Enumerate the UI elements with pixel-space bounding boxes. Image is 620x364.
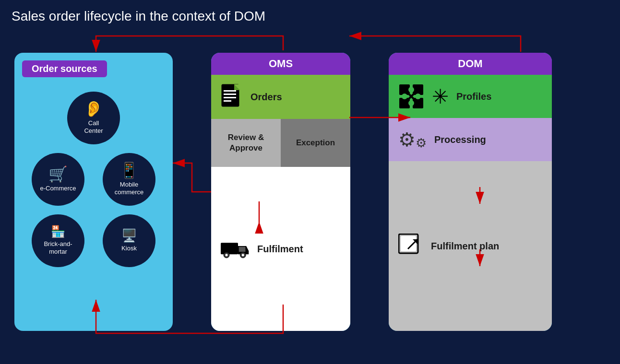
dom-header: DOM [389,53,552,75]
diagram-area: Order sources 👂 CallCenter 🛒 e-Commerce … [0,29,620,355]
document-icon [221,83,243,110]
svg-rect-1 [224,90,236,92]
truck-icon [221,238,250,259]
svg-point-18 [408,87,414,93]
svg-rect-2 [224,94,236,95]
svg-rect-4 [224,100,231,102]
brick-icon: 🏪 [51,226,65,237]
dom-profiles-text: Profiles [456,91,491,102]
dom-fulfilment-plan-section: Fulfilment plan [389,161,552,331]
processing-gears-icon: ⚙ [398,129,416,151]
brick-icon-circle: 🏪 Brick-and-mortar [32,214,84,267]
svg-rect-7 [221,243,238,254]
oms-orders-section: Orders [211,75,350,119]
page-title: Sales order lifecycle in the context of … [0,0,620,29]
profiles-icon [398,83,424,109]
dom-processing-section: ⚙ ⚙ Processing [389,118,552,161]
kiosk-icon-circle: 🖥️ Kiosk [103,214,155,267]
svg-point-12 [242,254,244,256]
ecommerce-icon: 🛒 [48,166,68,182]
processing-gear2-icon: ⚙ [416,136,427,151]
oms-box: OMS Orders Review &Approve Exception [211,53,350,331]
oms-exception: Exception [281,119,350,167]
order-sources-label: Order sources [22,60,107,77]
svg-rect-13 [239,247,246,252]
profiles-puzzle-icon: ✳ [432,85,449,108]
dom-fulfilment-plan-text: Fulfilment plan [431,241,499,252]
order-sources-box: Order sources 👂 CallCenter 🛒 e-Commerce … [14,53,173,331]
oms-review-approve: Review &Approve [211,119,281,167]
oms-header: OMS [211,53,350,75]
ecommerce-icon-circle: 🛒 e-Commerce [32,153,84,206]
mobile-label: Mobilecommerce [115,181,144,196]
svg-point-10 [225,254,227,256]
dom-processing-text: Processing [434,134,486,145]
oms-fulfilment-section: Fulfilment [211,167,350,331]
svg-rect-3 [224,97,236,98]
dom-box: DOM ✳ [389,53,552,331]
oms-middle-section: Review &Approve Exception [211,119,350,167]
mobile-icon-circle: 📱 Mobilecommerce [103,153,155,206]
ecommerce-label: e-Commerce [40,185,76,192]
svg-point-20 [402,94,407,99]
call-center-icon-circle: 👂 CallCenter [67,92,120,144]
oms-fulfilment-text: Fulfilment [257,244,303,255]
svg-point-19 [408,100,414,106]
brick-label: Brick-and-mortar [44,240,72,255]
dom-profiles-section: ✳ Profiles [389,75,552,118]
fulfilment-plan-icon [398,234,423,258]
kiosk-label: Kiosk [121,245,137,252]
oms-orders-text: Orders [250,92,282,103]
svg-point-21 [415,94,421,99]
call-center-label: CallCenter [84,119,103,134]
mobile-icon: 📱 [119,163,139,178]
call-center-icon: 👂 [84,101,103,117]
icons-grid: 👂 CallCenter 🛒 e-Commerce 📱 Mobilecommer… [22,87,165,272]
kiosk-icon: 🖥️ [121,229,137,242]
